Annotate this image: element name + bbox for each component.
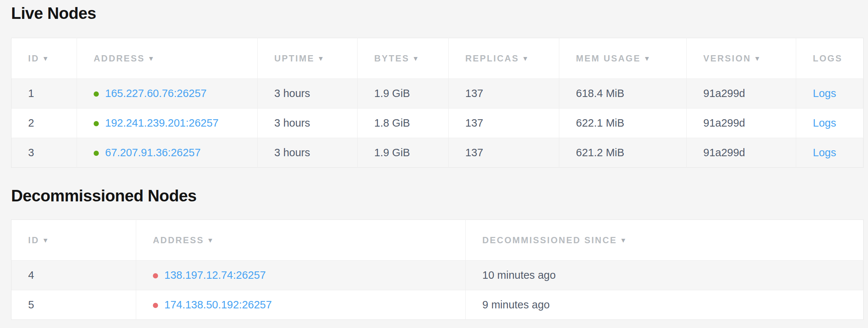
column-header-decommissioned-since[interactable]: DECOMMISSIONED SINCE▾ bbox=[466, 220, 864, 261]
node-address-link[interactable]: 67.207.91.36:26257 bbox=[105, 147, 201, 158]
live-nodes-header-row: ID▾ ADDRESS▾ UPTIME▾ BYTES▾ REPLICAS▾ ME… bbox=[11, 38, 864, 79]
cell-version: 91a299d bbox=[687, 79, 796, 108]
sort-arrow-icon: ▾ bbox=[645, 54, 650, 63]
table-row: 2 192.241.239.201:26257 3 hours 1.8 GiB … bbox=[11, 108, 864, 138]
node-address-link[interactable]: 192.241.239.201:26257 bbox=[105, 117, 218, 129]
cell-mem-usage: 618.4 MiB bbox=[559, 79, 687, 108]
cell-node-id: 3 bbox=[11, 138, 77, 168]
column-header-replicas[interactable]: REPLICAS▾ bbox=[449, 38, 559, 79]
column-header-version[interactable]: VERSION▾ bbox=[687, 38, 796, 79]
decommissioned-nodes-table: ID▾ ADDRESS▾ DECOMMISSIONED SINCE▾ 4 138… bbox=[11, 220, 864, 320]
cell-logs: Logs bbox=[796, 79, 864, 108]
cell-logs: Logs bbox=[796, 108, 864, 138]
cell-bytes: 1.8 GiB bbox=[358, 108, 449, 138]
column-header-address[interactable]: ADDRESS▾ bbox=[77, 38, 258, 79]
cell-mem-usage: 622.1 MiB bbox=[559, 108, 687, 138]
cell-node-address: 138.197.12.74:26257 bbox=[136, 261, 466, 290]
node-live-dot-icon bbox=[94, 151, 99, 156]
cell-node-id: 4 bbox=[11, 261, 136, 290]
node-logs-link[interactable]: Logs bbox=[813, 117, 836, 129]
cell-replicas: 137 bbox=[449, 138, 559, 168]
sort-arrow-icon: ▾ bbox=[523, 54, 528, 63]
cell-replicas: 137 bbox=[449, 108, 559, 138]
column-header-address[interactable]: ADDRESS▾ bbox=[136, 220, 466, 261]
node-logs-link[interactable]: Logs bbox=[813, 87, 836, 99]
sort-arrow-icon: ▾ bbox=[208, 236, 213, 244]
decommissioned-nodes-header-row: ID▾ ADDRESS▾ DECOMMISSIONED SINCE▾ bbox=[11, 220, 864, 261]
decommissioned-nodes-heading: Decommissioned Nodes bbox=[11, 185, 868, 206]
cell-decommissioned-since: 9 minutes ago bbox=[466, 290, 864, 320]
sort-arrow-icon: ▾ bbox=[319, 54, 324, 63]
column-header-bytes[interactable]: BYTES▾ bbox=[358, 38, 449, 79]
node-address-link[interactable]: 174.138.50.192:26257 bbox=[164, 299, 272, 311]
cell-bytes: 1.9 GiB bbox=[358, 138, 449, 168]
table-row: 3 67.207.91.36:26257 3 hours 1.9 GiB 137… bbox=[11, 138, 864, 168]
sort-arrow-icon: ▾ bbox=[414, 54, 419, 63]
cell-logs: Logs bbox=[796, 138, 864, 168]
cell-bytes: 1.9 GiB bbox=[358, 79, 449, 108]
cell-node-id: 5 bbox=[11, 290, 136, 320]
nodes-overview-page: Live Nodes ID▾ ADDRESS▾ UPTIME▾ BYTES▾ R… bbox=[0, 0, 868, 320]
cell-uptime: 3 hours bbox=[258, 138, 358, 168]
node-decommissioned-dot-icon bbox=[153, 273, 158, 278]
cell-node-address: 165.227.60.76:26257 bbox=[77, 79, 258, 108]
column-header-logs: LOGS bbox=[796, 38, 864, 79]
column-header-id[interactable]: ID▾ bbox=[11, 38, 77, 79]
node-address-link[interactable]: 165.227.60.76:26257 bbox=[105, 87, 207, 99]
cell-decommissioned-since: 10 minutes ago bbox=[466, 261, 864, 290]
cell-replicas: 137 bbox=[449, 79, 559, 108]
node-decommissioned-dot-icon bbox=[153, 303, 158, 308]
live-nodes-heading: Live Nodes bbox=[11, 3, 868, 24]
cell-node-id: 2 bbox=[11, 108, 77, 138]
sort-arrow-icon: ▾ bbox=[755, 54, 760, 63]
table-row: 4 138.197.12.74:26257 10 minutes ago bbox=[11, 261, 864, 290]
live-nodes-table: ID▾ ADDRESS▾ UPTIME▾ BYTES▾ REPLICAS▾ ME… bbox=[11, 38, 864, 168]
node-live-dot-icon bbox=[94, 121, 99, 126]
cell-node-address: 67.207.91.36:26257 bbox=[77, 138, 258, 168]
cell-node-address: 192.241.239.201:26257 bbox=[77, 108, 258, 138]
cell-version: 91a299d bbox=[687, 108, 796, 138]
cell-mem-usage: 621.2 MiB bbox=[559, 138, 687, 168]
column-header-mem-usage[interactable]: MEM USAGE▾ bbox=[559, 38, 687, 79]
node-address-link[interactable]: 138.197.12.74:26257 bbox=[164, 269, 266, 281]
node-logs-link[interactable]: Logs bbox=[813, 147, 836, 158]
cell-uptime: 3 hours bbox=[258, 108, 358, 138]
table-row: 1 165.227.60.76:26257 3 hours 1.9 GiB 13… bbox=[11, 79, 864, 108]
cell-version: 91a299d bbox=[687, 138, 796, 168]
node-live-dot-icon bbox=[94, 91, 99, 97]
cell-uptime: 3 hours bbox=[258, 79, 358, 108]
sort-arrow-icon: ▾ bbox=[149, 54, 154, 63]
sort-arrow-icon: ▾ bbox=[621, 236, 626, 244]
cell-node-address: 174.138.50.192:26257 bbox=[136, 290, 466, 320]
sort-arrow-icon: ▾ bbox=[44, 236, 48, 244]
column-header-uptime[interactable]: UPTIME▾ bbox=[258, 38, 358, 79]
table-row: 5 174.138.50.192:26257 9 minutes ago bbox=[11, 290, 864, 320]
column-header-id[interactable]: ID▾ bbox=[11, 220, 136, 261]
cell-node-id: 1 bbox=[11, 79, 77, 108]
sort-arrow-icon: ▾ bbox=[44, 54, 48, 63]
